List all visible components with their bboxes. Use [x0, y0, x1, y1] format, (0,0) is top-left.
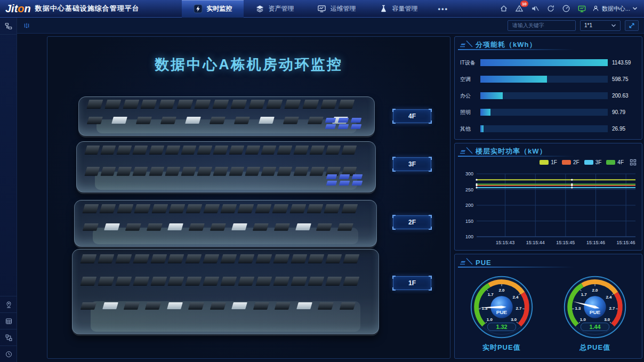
layout-columns-icon[interactable] — [22, 21, 31, 30]
chevron-down-icon — [611, 23, 616, 28]
energy-bar-fill — [480, 59, 608, 66]
floor-button-1f[interactable]: 1F — [393, 276, 431, 290]
nav-item-1[interactable]: 实时监控 — [182, 0, 244, 18]
energy-bar-fill — [480, 76, 547, 83]
rack-unit — [104, 100, 121, 108]
home-icon[interactable] — [500, 4, 508, 13]
rack-unit — [275, 302, 291, 309]
rack-unit — [149, 146, 164, 154]
nav-item-3[interactable]: 运维管理 — [305, 0, 367, 18]
rack-unit — [100, 204, 116, 213]
energy-bar-row: 照明90.79 — [460, 106, 639, 118]
gauge-tick-label: 2.0 — [592, 288, 599, 293]
pue-gauge-svg: 1.01.31.72.02.42.73.0PUE1.44 — [556, 274, 634, 341]
energy-bar-track — [480, 92, 608, 99]
floor-button-2f[interactable]: 2F — [393, 215, 431, 229]
search-input[interactable] — [508, 20, 576, 31]
rack-unit — [146, 302, 162, 309]
rack-unit — [197, 167, 213, 175]
app-title: 数据中心基础设施综合管理平台 — [35, 4, 140, 13]
building-floor-3f — [76, 141, 376, 192]
legend-item-4f[interactable]: 4F — [606, 159, 624, 165]
history-clock-icon[interactable] — [0, 345, 17, 362]
rack-unit — [308, 117, 324, 124]
rack-unit — [80, 277, 97, 285]
rack-unit — [221, 277, 237, 285]
legend-item-2f[interactable]: 2F — [562, 159, 579, 165]
nav-item-2[interactable]: 资产管理 — [244, 0, 305, 18]
rack-unit — [117, 204, 134, 213]
mute-icon[interactable] — [530, 4, 540, 13]
legend-swatch — [606, 160, 615, 165]
legend-item-1f[interactable]: 1F — [540, 159, 557, 165]
rack-unit-blue — [326, 181, 337, 186]
rack-unit — [291, 254, 307, 263]
energy-bar-track — [480, 59, 608, 66]
rack-unit — [256, 254, 272, 263]
y-tick-label: 250 — [465, 187, 473, 192]
nav-item-label: 实时监控 — [206, 4, 232, 13]
panel-header-icon — [459, 147, 473, 156]
nav-item-4[interactable]: 容量管理 — [367, 0, 429, 18]
layout-select[interactable]: 1*1 — [580, 20, 621, 31]
data-point — [571, 187, 573, 188]
corner-bracket — [392, 168, 396, 172]
panel-power-title: 楼层实时功率（kW） — [476, 147, 547, 156]
rack-unit — [141, 100, 157, 108]
dashboard-icon[interactable] — [562, 4, 570, 13]
legend-label: 3F — [595, 159, 602, 165]
floor-button-3f[interactable]: 3F — [393, 157, 431, 171]
energy-bar-row: 办公200.63 — [460, 90, 639, 102]
refresh-icon[interactable] — [546, 4, 555, 13]
topbar: Jiton 数据中心基础设施综合管理平台 实时监控资产管理运维管理容量管理 ••… — [0, 0, 644, 18]
user-menu[interactable]: 数据中心... — [592, 4, 638, 13]
rack-unit — [303, 100, 319, 108]
corner-bracket — [429, 157, 432, 160]
rack-unit — [309, 146, 325, 154]
panel-header-icon — [459, 258, 473, 267]
rack-unit — [221, 254, 237, 263]
topbar-icons: 10 — [500, 4, 586, 13]
energy-bar-label: IT设备 — [460, 59, 480, 67]
floor-button-label: 4F — [408, 112, 416, 120]
brand-logo[interactable]: Jiton — [5, 3, 31, 15]
energy-bar-label: 空调 — [460, 76, 480, 83]
user-name: 数据中心... — [602, 5, 630, 13]
rack-unit — [124, 302, 140, 309]
alarm-icon[interactable]: 10 — [515, 4, 524, 13]
flow-link-icon[interactable] — [0, 329, 17, 345]
corner-bracket — [429, 109, 432, 112]
rack-unit — [340, 302, 356, 309]
x-tick-label: 15:15:46 — [586, 240, 605, 245]
monitor-status-icon[interactable] — [577, 4, 586, 13]
rack-unit — [253, 223, 269, 230]
brand-accent: o — [18, 3, 24, 15]
rack-unit — [123, 100, 139, 108]
corner-bracket — [429, 215, 432, 218]
gauge-tick-label: 2.7 — [609, 306, 616, 311]
energy-bar-fill — [480, 125, 484, 132]
chart-settings-icon[interactable] — [630, 159, 637, 166]
location-icon[interactable] — [0, 296, 17, 312]
fullscreen-expand-icon[interactable] — [625, 20, 639, 31]
brand-text: Jit — [5, 3, 18, 15]
y-tick-label: 150 — [465, 219, 473, 224]
legend-item-3f[interactable]: 3F — [584, 159, 602, 165]
rack-unit — [316, 223, 332, 230]
building-3d-view[interactable] — [47, 37, 450, 358]
floor-button-4f[interactable]: 4F — [393, 109, 431, 123]
device-tree-toggle-icon[interactable] — [0, 18, 17, 35]
rack-unit — [181, 146, 196, 154]
rack-unit — [83, 204, 99, 213]
corner-bracket — [429, 227, 432, 230]
rack-unit — [104, 223, 120, 230]
rack-unit — [147, 223, 163, 230]
rack-unit — [98, 277, 115, 285]
nav-more-button[interactable]: ••• — [429, 5, 457, 13]
calendar-grid-icon[interactable] — [0, 312, 17, 329]
rack-unit — [273, 277, 289, 285]
rack-unit — [273, 254, 289, 263]
rack-unit — [101, 146, 116, 154]
rack-unit — [203, 204, 220, 213]
rack-unit — [85, 167, 100, 175]
